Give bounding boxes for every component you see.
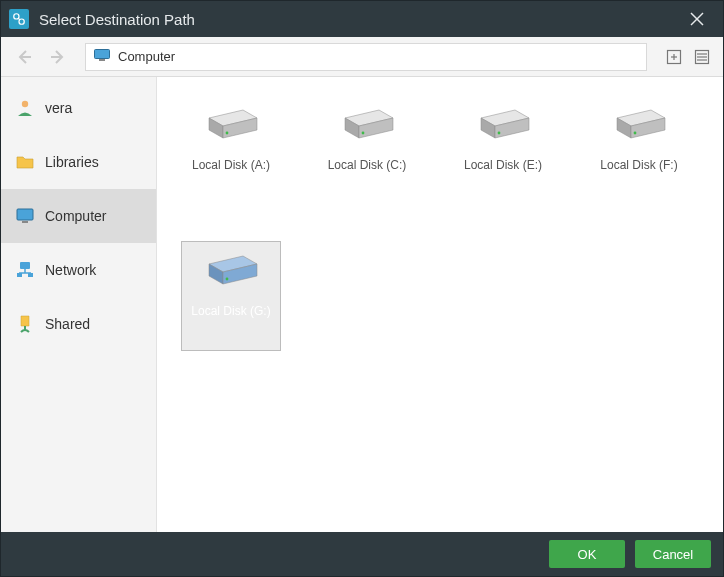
sidebar-item-label: Computer (45, 208, 106, 224)
sidebar-item-user[interactable]: vera (1, 81, 156, 135)
svg-point-35 (498, 132, 501, 135)
sidebar-item-label: Network (45, 262, 96, 278)
ok-button[interactable]: OK (549, 540, 625, 568)
drive-label: Local Disk (C:) (328, 158, 407, 172)
svg-rect-19 (20, 262, 30, 269)
user-icon (15, 98, 35, 118)
breadcrumb[interactable]: Computer (85, 43, 647, 71)
svg-line-2 (18, 18, 20, 20)
drive-icon (475, 108, 531, 144)
drive-icon (611, 108, 667, 144)
footer: OK Cancel (1, 532, 723, 576)
sidebar-item-shared[interactable]: Shared (1, 297, 156, 351)
drive-label: Local Disk (G:) (191, 304, 270, 318)
sidebar-item-label: vera (45, 100, 72, 116)
sidebar-item-libraries[interactable]: Libraries (1, 135, 156, 189)
dialog-title: Select Destination Path (39, 11, 679, 28)
sidebar-item-computer[interactable]: Computer (1, 189, 156, 243)
app-icon (9, 9, 29, 29)
svg-rect-23 (28, 273, 33, 277)
new-folder-button[interactable] (663, 46, 685, 68)
svg-point-16 (22, 101, 28, 107)
list-icon (694, 49, 710, 65)
nav-back-button[interactable] (11, 44, 37, 70)
sidebar-item-network[interactable]: Network (1, 243, 156, 297)
network-icon (15, 260, 35, 280)
drive-icon (203, 108, 259, 144)
drive-label: Local Disk (E:) (464, 158, 542, 172)
dialog-body: vera Libraries Computer Network (1, 77, 723, 532)
svg-rect-22 (17, 273, 22, 277)
monitor-icon (94, 49, 110, 64)
cancel-button[interactable]: Cancel (635, 540, 711, 568)
svg-point-43 (226, 278, 229, 281)
svg-rect-7 (95, 50, 110, 59)
sidebar-item-label: Shared (45, 316, 90, 332)
sidebar-item-label: Libraries (45, 154, 99, 170)
monitor-icon (15, 206, 35, 226)
svg-point-39 (634, 132, 637, 135)
dialog-window: Select Destination Path Computer (0, 0, 724, 577)
drive-label: Local Disk (A:) (192, 158, 270, 172)
folder-icon (15, 152, 35, 172)
drive-item[interactable]: Local Disk (C:) (317, 95, 417, 205)
svg-rect-17 (17, 209, 33, 220)
breadcrumb-label: Computer (118, 49, 175, 64)
drive-item[interactable]: Local Disk (F:) (589, 95, 689, 205)
close-button[interactable] (679, 1, 715, 37)
drive-item[interactable]: Local Disk (G:) (181, 241, 281, 351)
drive-label: Local Disk (F:) (600, 158, 677, 172)
drive-icon (339, 108, 395, 144)
arrow-left-icon (15, 48, 33, 66)
drive-item[interactable]: Local Disk (E:) (453, 95, 553, 205)
arrow-right-icon (49, 48, 67, 66)
drive-item[interactable]: Local Disk (A:) (181, 95, 281, 205)
toolbar: Computer (1, 37, 723, 77)
nav-forward-button[interactable] (45, 44, 71, 70)
drive-icon (203, 254, 259, 290)
plus-box-icon (666, 49, 682, 65)
svg-point-27 (226, 132, 229, 135)
titlebar: Select Destination Path (1, 1, 723, 37)
close-icon (690, 12, 704, 26)
svg-rect-18 (22, 221, 28, 223)
drive-grid: Local Disk (A:) Local Disk (C:) Local Di… (157, 77, 723, 532)
sidebar: vera Libraries Computer Network (1, 77, 157, 532)
svg-rect-8 (99, 59, 105, 61)
view-list-button[interactable] (691, 46, 713, 68)
shared-icon (15, 314, 35, 334)
svg-point-31 (362, 132, 365, 135)
